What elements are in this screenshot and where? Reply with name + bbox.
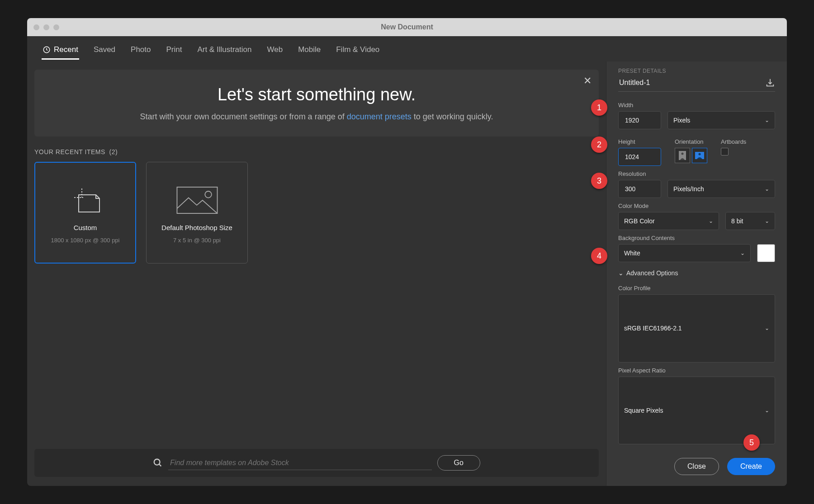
clock-icon <box>43 46 51 54</box>
tab-label: Photo <box>131 45 151 54</box>
chevron-down-icon: ⌄ <box>765 325 769 331</box>
new-document-window: New Document Recent Saved Photo Print Ar… <box>27 18 787 486</box>
welcome-banner: ✕ Let's start something new. Start with … <box>34 70 599 137</box>
tab-saved[interactable]: Saved <box>93 38 116 60</box>
save-preset-icon[interactable] <box>765 78 775 88</box>
svg-point-7 <box>699 153 701 155</box>
resolution-input[interactable] <box>618 180 661 198</box>
close-icon[interactable]: ✕ <box>583 75 592 87</box>
annotation-badge-2: 2 <box>591 137 607 153</box>
details-header: PRESET DETAILS <box>618 68 775 74</box>
pixel-aspect-label: Pixel Aspect Ratio <box>618 367 775 374</box>
tab-mobile[interactable]: Mobile <box>297 38 322 60</box>
background-select[interactable]: White⌄ <box>618 244 751 262</box>
presets-link[interactable]: document presets <box>347 112 412 121</box>
background-color-swatch[interactable] <box>757 244 775 262</box>
tab-recent[interactable]: Recent <box>42 38 79 60</box>
width-label: Width <box>618 102 775 108</box>
recent-items-grid: Custom 1800 x 1080 px @ 300 ppi Default … <box>34 162 599 264</box>
recent-items-label: YOUR RECENT ITEMS (2) <box>34 148 599 155</box>
annotation-badge-3: 3 <box>591 173 607 189</box>
svg-point-5 <box>681 153 684 155</box>
tab-art[interactable]: Art & Illustration <box>196 38 252 60</box>
card-subtitle: 1800 x 1080 px @ 300 ppi <box>51 237 120 244</box>
orientation-portrait-button[interactable] <box>675 148 690 163</box>
document-name-input[interactable] <box>618 78 760 87</box>
svg-rect-1 <box>177 187 217 213</box>
create-button[interactable]: Create <box>727 458 775 475</box>
annotation-badge-1: 1 <box>591 99 607 116</box>
color-mode-select[interactable]: RGB Color⌄ <box>618 212 719 230</box>
preset-details-panel: 1 2 3 4 5 PRESET DETAILS Width Pixels⌄ <box>606 61 787 486</box>
chevron-down-icon: ⌄ <box>618 269 624 277</box>
annotation-badge-5: 5 <box>743 434 760 451</box>
banner-heading: Let's start something new. <box>52 85 581 104</box>
artboards-checkbox[interactable] <box>721 148 729 155</box>
height-input[interactable] <box>618 148 661 166</box>
tab-photo[interactable]: Photo <box>130 38 151 60</box>
titlebar: New Document <box>27 18 787 36</box>
width-input[interactable] <box>618 111 661 129</box>
card-subtitle: 7 x 5 in @ 300 ppi <box>173 237 221 244</box>
category-tabs: Recent Saved Photo Print Art & Illustrat… <box>27 36 787 61</box>
tab-label: Film & Video <box>336 45 379 54</box>
tab-film[interactable]: Film & Video <box>335 38 380 60</box>
custom-doc-icon <box>63 182 108 218</box>
artboards-label: Artboards <box>721 138 746 145</box>
tab-label: Print <box>166 45 182 54</box>
main-content: ✕ Let's start something new. Start with … <box>27 61 606 486</box>
window-title: New Document <box>27 23 787 31</box>
tab-print[interactable]: Print <box>166 38 183 60</box>
color-profile-label: Color Profile <box>618 285 775 292</box>
bit-depth-select[interactable]: 8 bit⌄ <box>725 212 775 230</box>
chevron-down-icon: ⌄ <box>740 250 745 256</box>
preset-card-custom[interactable]: Custom 1800 x 1080 px @ 300 ppi <box>34 162 136 264</box>
width-unit-select[interactable]: Pixels⌄ <box>667 111 775 129</box>
annotation-badge-4: 4 <box>591 248 607 264</box>
advanced-options-toggle[interactable]: ⌄ Advanced Options <box>618 269 775 277</box>
orientation-label: Orientation <box>675 138 707 145</box>
tab-label: Recent <box>54 45 78 54</box>
card-title: Default Photoshop Size <box>161 224 232 231</box>
chevron-down-icon: ⌄ <box>709 218 713 224</box>
resolution-label: Resolution <box>618 170 775 177</box>
orientation-landscape-button[interactable] <box>692 148 707 163</box>
go-button[interactable]: Go <box>437 455 480 471</box>
card-title: Custom <box>74 224 97 231</box>
close-button[interactable]: Close <box>674 458 719 475</box>
chevron-down-icon: ⌄ <box>765 117 769 123</box>
search-icon <box>153 458 163 468</box>
chevron-down-icon: ⌄ <box>765 186 769 192</box>
resolution-unit-select[interactable]: Pixels/Inch⌄ <box>667 180 775 198</box>
svg-point-3 <box>154 459 160 465</box>
stock-search-input[interactable] <box>168 456 431 470</box>
chevron-down-icon: ⌄ <box>765 218 769 224</box>
background-label: Background Contents <box>618 235 775 241</box>
image-icon <box>175 182 220 218</box>
color-profile-select[interactable]: sRGB IEC61966-2.1⌄ <box>618 294 775 363</box>
height-label: Height <box>618 138 661 145</box>
tab-label: Art & Illustration <box>197 45 251 54</box>
stock-search-bar: Go <box>34 449 599 477</box>
tab-web[interactable]: Web <box>266 38 284 60</box>
color-mode-label: Color Mode <box>618 203 775 209</box>
tab-label: Mobile <box>298 45 321 54</box>
tab-label: Web <box>267 45 283 54</box>
banner-text: Start with your own document settings or… <box>52 111 581 123</box>
preset-card-default[interactable]: Default Photoshop Size 7 x 5 in @ 300 pp… <box>146 162 248 264</box>
chevron-down-icon: ⌄ <box>765 407 769 414</box>
tab-label: Saved <box>94 45 115 54</box>
svg-point-2 <box>205 191 212 198</box>
